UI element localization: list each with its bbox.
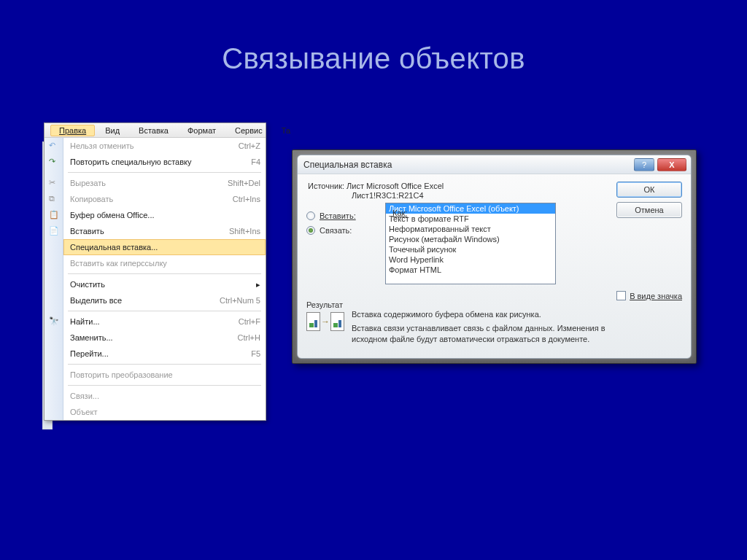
menu-item-label: Перейти... [69,349,251,358]
menu-item-10[interactable]: Очистить▸ [63,276,266,292]
menu-item-label: Копировать [69,195,233,203]
radio-link-label: Связать: [320,226,352,235]
menu-item-label: Вырезать [69,179,228,187]
menu-item-11[interactable]: Выделить всеCtrl+Num 5 [63,292,266,308]
doc-icon-source [306,312,320,331]
close-button[interactable]: X [657,158,686,171]
cut-icon: ✂ [49,178,59,188]
help-button[interactable]: ? [634,158,654,171]
menu-items-column: Нельзя отменитьCtrl+ZПовторить специальн… [63,138,266,420]
menu-item-label: Повторить преобразование [69,370,260,379]
result-label: Результат [306,300,379,309]
menu-item-20: Объект [63,404,266,420]
as-icon-checkbox[interactable]: В виде значка [616,291,682,300]
menu-view[interactable]: Вид [96,125,128,136]
menu-item-label: Связи... [69,392,260,400]
menu-item-label: Вставить как гиперссылку [69,259,260,268]
list-option[interactable]: Текст в формате RTF [386,214,555,224]
doc-icon-target [330,312,344,331]
paste-special-dialog: Специальная вставка ? X Источник: Лист M… [297,155,692,359]
copy-icon: ⧉ [49,194,59,204]
radio-link[interactable]: Связать: [306,223,385,238]
radio-link-dot [306,226,315,235]
slide-title: Связывание объектов [0,0,747,104]
menu-item-shortcut: F4 [251,158,260,166]
menu-item-shortcut: Ctrl+Num 5 [220,296,260,305]
radio-insert-dot [306,211,315,220]
menu-item-7[interactable]: Специальная вставка... [63,239,266,255]
menu-separator [68,385,261,386]
menu-insert[interactable]: Вставка [130,125,177,136]
menu-item-label: Заменить... [69,333,238,342]
menu-item-label: Буфер обмена Office... [69,211,260,219]
menu-item-19: Связи... [63,388,266,404]
edit-menu-panel: Правка Вид Вставка Формат Сервис Та ↶↷✂⧉… [44,122,266,421]
menu-item-15[interactable]: Перейти...F5 [63,346,266,362]
list-option[interactable]: Неформатированный текст [386,224,555,234]
menu-item-label: Вставить [69,227,229,236]
list-option[interactable]: Лист Microsoft Office Excel (объект) [386,203,555,214]
dialog-title: Специальная вставка [303,160,631,170]
menu-item-shortcut: Shift+Del [228,179,260,187]
menu-item-shortcut: Ctrl+Z [239,141,260,150]
as-label: Как: [392,209,407,217]
submenu-arrow-icon: ▸ [256,280,260,289]
cancel-button[interactable]: Отмена [616,202,682,218]
menu-separator [68,364,261,365]
radio-insert[interactable]: Вставить: [306,209,385,223]
menu-item-6[interactable]: ВставитьShift+Ins [63,223,266,239]
menu-item-14[interactable]: Заменить...Ctrl+H [63,330,266,346]
menu-item-5[interactable]: Буфер обмена Office... [63,207,266,223]
arrow-icon: → [321,316,330,327]
menu-separator [68,311,261,311]
menu-item-13[interactable]: Найти...Ctrl+F [63,314,266,330]
list-option[interactable]: Word Hyperlink [386,254,555,265]
menu-item-label: Найти... [69,317,239,326]
menu-separator [68,273,261,274]
menu-item-label: Очистить [69,280,256,289]
menu-item-8: Вставить как гиперссылку [63,255,266,271]
menu-item-label: Нельзя отменить [69,141,239,150]
redo-icon: ↷ [49,157,59,167]
menu-separator [68,172,261,173]
radio-insert-label: Вставить: [320,211,356,220]
checkbox-icon [616,291,626,300]
menu-item-3: ВырезатьShift+Del [63,175,266,191]
menu-table-cut[interactable]: Та [273,125,299,136]
menu-item-label: Объект [69,408,260,416]
menu-item-shortcut: Shift+Ins [229,227,260,236]
paste-special-frame: Специальная вставка ? X Источник: Лист M… [292,149,697,364]
list-option[interactable]: Точечный рисунок [386,244,555,254]
undo-icon: ↶ [49,141,59,151]
menu-item-label: Выделить все [69,296,220,305]
menu-bar: Правка Вид Вставка Формат Сервис Та [44,123,266,138]
menu-item-label: Повторить специальную вставку [69,158,251,166]
menu-item-1[interactable]: Повторить специальную вставкуF4 [63,154,266,170]
menu-format[interactable]: Формат [179,125,225,136]
menu-item-4: КопироватьCtrl+Ins [63,191,266,207]
ok-button[interactable]: ОК [616,182,682,198]
list-option[interactable]: Формат HTML [386,265,555,275]
menu-item-0: Нельзя отменитьCtrl+Z [63,138,266,154]
paste-icon: 📄 [49,226,59,236]
menu-item-shortcut: Ctrl+F [239,317,260,326]
paste-as-listbox[interactable]: Лист Microsoft Office Excel (объект)Текс… [385,203,556,284]
result-icon: → [306,309,344,334]
as-icon-label: В виде значка [630,292,682,300]
menu-tools[interactable]: Сервис [226,125,271,136]
binoculars-icon: 🔭 [49,316,59,327]
menu-item-label: Специальная вставка... [69,243,260,252]
menu-item-17: Повторить преобразование [63,367,266,383]
list-option[interactable]: Рисунок (метафайл Windows) [386,234,555,244]
menu-edit[interactable]: Правка [50,125,95,136]
menu-item-shortcut: Ctrl+Ins [233,195,260,203]
clipboard-icon: 📋 [49,210,59,220]
menu-icon-column: ↶↷✂⧉📋📄🔭 [44,138,63,420]
menu-item-shortcut: Ctrl+H [238,333,260,342]
dialog-titlebar: Специальная вставка ? X [298,155,691,174]
result-description: Вставка содержимого буфера обмена как ри… [352,309,682,348]
menu-item-shortcut: F5 [251,349,260,358]
